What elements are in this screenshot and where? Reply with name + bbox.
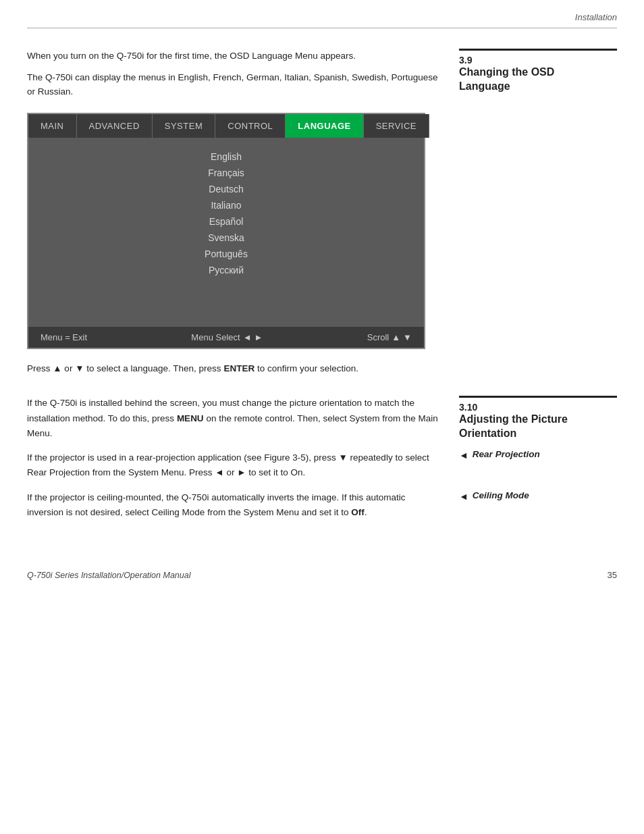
osd-scroll: Scroll ▲ ▼ [367,332,412,342]
osd-tab-service[interactable]: SERVICE [364,114,429,138]
lang-francais[interactable]: Français [208,165,244,181]
sidebar-section-title-310: Adjusting the PictureOrientation [459,413,568,439]
osd-scroll-label: Scroll [367,332,390,342]
ceiling-mode-label: Ceiling Mode [473,490,529,500]
osd-menu-exit-label: Menu = Exit [41,332,87,342]
osd-menu: MAIN ADVANCED SYSTEM CONTROL LANGUAGE SE… [27,113,425,349]
osd-tab-advanced[interactable]: ADVANCED [77,114,153,138]
para-310-1: If the Q-750i is installed behind the sc… [27,396,439,441]
section-label: Installation [575,12,617,22]
tri-left-icon-rear: ◄ [459,450,468,461]
osd-footer: Menu = Exit Menu Select ◄ ► Scroll ▲ ▼ [28,327,424,348]
left-arrow-icon: ◄ [243,332,252,342]
down-arrow-icon: ▼ [403,332,412,342]
osd-tab-system[interactable]: SYSTEM [153,114,215,138]
sub-item-ceiling-mode: ◄ Ceiling Mode [459,490,617,502]
lang-russian[interactable]: Русский [209,262,244,278]
right-arrow-icon: ► [254,332,263,342]
lang-portugues[interactable]: Português [205,246,248,262]
page-footer: Q-750i Series Installation/Operation Man… [0,556,644,594]
sidebar-title-block-310: 3.10 Adjusting the PictureOrientation [459,396,617,441]
press-instruction: Press ▲ or ▼ to select a language. Then,… [27,361,439,376]
osd-tab-control[interactable]: CONTROL [215,114,286,138]
footer-manual-title: Q-750i Series Installation/Operation Man… [27,571,191,580]
section-310-layout: If the Q-750i is installed behind the sc… [0,396,644,529]
sidebar-section-39: 3.9 Changing the OSDLanguage [459,49,617,94]
osd-menu-exit: Menu = Exit [41,332,87,342]
page-header: Installation [0,0,644,28]
sidebar-section-title-39: Changing the OSDLanguage [459,66,554,92]
osd-tab-language[interactable]: LANGUAGE [286,114,363,138]
divider-space [459,474,617,490]
osd-language-list: English Français Deutsch Italiano Españo… [28,138,424,327]
lang-deutsch[interactable]: Deutsch [209,181,243,197]
lang-espanol[interactable]: Español [209,213,244,230]
intro-text-1: When you turn on the Q-750i for the firs… [27,49,439,63]
intro-text-2: The Q-750i can display the menus in Engl… [27,70,439,99]
sidebar-section-310: 3.10 Adjusting the PictureOrientation ◄ … [459,396,617,502]
footer-page-number: 35 [608,570,617,580]
osd-tab-bar: MAIN ADVANCED SYSTEM CONTROL LANGUAGE SE… [28,114,424,138]
para-310-2: If the projector is used in a rear-proje… [27,450,439,481]
osd-menu-select: Menu Select ◄ ► [191,332,263,342]
right-sidebar-39: 3.9 Changing the OSDLanguage [459,49,617,396]
sidebar-title-block-39: 3.9 Changing the OSDLanguage [459,49,617,94]
up-arrow-icon: ▲ [392,332,400,342]
sub-item-rear-projection: ◄ Rear Projection [459,449,617,461]
lang-svenska[interactable]: Svenska [208,230,244,246]
left-content: When you turn on the Q-750i for the firs… [27,49,439,396]
para-310-3: If the projector is ceiling-mounted, the… [27,490,439,521]
sidebar-section-number-310: 3.10 [459,402,617,413]
main-layout: When you turn on the Q-750i for the firs… [0,28,644,396]
section-310-left: If the Q-750i is installed behind the sc… [27,396,439,529]
sidebar-section-number-39: 3.9 [459,55,617,66]
osd-menu-select-label: Menu Select [191,332,240,342]
tri-left-icon-ceiling: ◄ [459,491,468,502]
lang-italiano[interactable]: Italiano [211,197,241,213]
osd-tab-main[interactable]: MAIN [28,114,77,138]
rear-projection-label: Rear Projection [473,449,540,459]
section-310-right: 3.10 Adjusting the PictureOrientation ◄ … [459,396,617,529]
lang-english[interactable]: English [211,149,242,165]
